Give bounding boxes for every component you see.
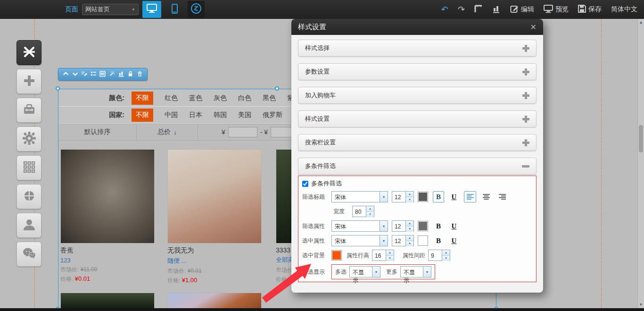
redo-button[interactable]: ↷: [458, 4, 465, 15]
spin-up-icon[interactable]: ▲: [366, 206, 374, 212]
sidebar-item-member[interactable]: [17, 213, 41, 238]
undo-button[interactable]: ↶: [441, 4, 448, 15]
move-up-icon[interactable]: [63, 70, 69, 79]
align-center-button[interactable]: [480, 191, 492, 202]
width-stepper[interactable]: 80 ▲▼: [352, 206, 374, 217]
filter-attr-font-select[interactable]: 宋体 ▼: [331, 220, 388, 232]
multi-select-dropdown[interactable]: 不显示 ▼: [349, 266, 380, 277]
product-card[interactable]: 无我无为 随便 ... 市场价: ¥0.01 价格: ¥1.00: [167, 149, 265, 285]
save-button[interactable]: 保存: [578, 5, 602, 14]
sidebar-item-widgets[interactable]: [17, 184, 41, 209]
sidebar-item-wechat[interactable]: [17, 242, 41, 267]
filter-option[interactable]: 白色: [238, 94, 251, 102]
accordion-search-bar[interactable]: 搜索栏设置: [298, 134, 537, 151]
bold-button[interactable]: B: [433, 235, 444, 246]
accordion-style-select[interactable]: 样式选择: [298, 40, 537, 57]
spin-down-icon[interactable]: ▼: [406, 241, 413, 246]
enable-multi-filter-checkbox[interactable]: [302, 181, 308, 187]
price-min-input[interactable]: [228, 127, 257, 137]
filter-option[interactable]: 俄罗斯: [263, 111, 282, 119]
spin-up-icon[interactable]: ▲: [406, 221, 413, 227]
selected-attr-size-stepper[interactable]: 12 ▲▼: [392, 235, 414, 246]
collapse-minus-icon[interactable]: [522, 165, 529, 168]
filter-attr-color-swatch[interactable]: [418, 221, 428, 231]
more-dropdown[interactable]: 不显示 ▼: [400, 266, 431, 277]
accordion-add-to-cart[interactable]: 加入购物车: [298, 87, 537, 104]
product-card[interactable]: [167, 293, 265, 308]
filter-title-size-stepper[interactable]: 12 ▲▼: [392, 191, 414, 202]
accordion-style-settings[interactable]: 样式设置: [298, 110, 537, 127]
product-link[interactable]: 随便 ...: [167, 257, 265, 265]
selected-attr-font-select[interactable]: 宋体 ▼: [331, 235, 388, 246]
close-icon[interactable]: ✕: [530, 23, 537, 32]
spin-down-icon[interactable]: ▼: [406, 197, 413, 202]
magic-wand-icon[interactable]: [109, 70, 115, 79]
sidebar-item-modules-grid[interactable]: [17, 155, 41, 180]
filter-option[interactable]: 韩国: [214, 111, 227, 119]
spacing-stepper[interactable]: 9 ▲▼: [428, 250, 450, 261]
link-button[interactable]: [188, 1, 205, 18]
page-select[interactable]: 网站首页 ▼: [82, 4, 139, 15]
filter-option[interactable]: 美国: [238, 111, 251, 119]
language-selector[interactable]: 简体中文: [611, 5, 637, 14]
underline-button[interactable]: U: [448, 220, 460, 232]
delete-icon[interactable]: [137, 70, 143, 79]
underline-button[interactable]: U: [448, 191, 460, 202]
selected-bg-color-swatch[interactable]: [331, 250, 342, 261]
chevron-down-icon[interactable]: ▼: [380, 221, 388, 231]
expand-plus-icon[interactable]: [522, 68, 529, 76]
stats-icon[interactable]: [118, 70, 124, 79]
filter-attr-size-stepper[interactable]: 12 ▲▼: [392, 220, 414, 232]
filter-title-font-select[interactable]: 宋体 ▼: [331, 191, 388, 202]
chevron-down-icon[interactable]: ▼: [423, 267, 431, 277]
stats-button[interactable]: [492, 5, 501, 15]
spin-up-icon[interactable]: ▲: [442, 250, 450, 256]
filter-option[interactable]: 蓝色: [189, 94, 202, 102]
line-height-stepper[interactable]: 16 ▲▼: [372, 250, 394, 261]
spin-down-icon[interactable]: ▼: [442, 256, 450, 261]
bold-button[interactable]: B: [433, 220, 444, 232]
mobile-view-button[interactable]: [165, 1, 184, 18]
filter-title-color-swatch[interactable]: [418, 192, 428, 202]
product-card[interactable]: [60, 293, 158, 308]
sliders-icon[interactable]: [99, 70, 106, 79]
canvas-scrollbar[interactable]: ▲ ▼: [637, 19, 644, 308]
product-card[interactable]: 香蕉 123 市场价: ¥11.00 价格: ¥0.01: [60, 149, 158, 283]
sidebar-item-design-tools[interactable]: [17, 40, 41, 65]
expand-plus-icon[interactable]: [522, 45, 529, 52]
product-link[interactable]: 123: [60, 257, 158, 264]
expand-plus-icon[interactable]: [522, 139, 529, 146]
scroll-up-icon[interactable]: ▲: [638, 20, 644, 25]
spin-down-icon[interactable]: ▼: [366, 212, 374, 217]
sort-total-price-tab[interactable]: 总价↓: [137, 124, 198, 140]
list-settings-icon[interactable]: [91, 70, 97, 79]
sidebar-item-add-module[interactable]: [17, 69, 41, 94]
sort-default-tab[interactable]: 默认排序: [58, 124, 137, 140]
desktop-view-button[interactable]: [142, 1, 161, 18]
expand-plus-icon[interactable]: [522, 92, 529, 99]
chevron-down-icon[interactable]: ▼: [372, 267, 380, 277]
expand-plus-icon[interactable]: [522, 116, 529, 123]
panel-header[interactable]: 样式设置 ✕: [291, 19, 543, 35]
filter-option[interactable]: 红色: [165, 94, 178, 102]
filter-option-selected[interactable]: 不限: [132, 92, 153, 105]
spin-down-icon[interactable]: ▼: [386, 256, 394, 261]
filter-option[interactable]: 中国: [165, 111, 178, 119]
spin-up-icon[interactable]: ▲: [386, 250, 394, 256]
sidebar-item-toolbox[interactable]: [17, 98, 41, 123]
filter-option[interactable]: 灰色: [214, 94, 227, 102]
selection-handle-top-left[interactable]: [56, 86, 60, 91]
selection-handle-top-center[interactable]: [275, 86, 279, 91]
sidebar-item-settings[interactable]: [17, 126, 41, 151]
lock-icon[interactable]: [127, 70, 133, 79]
accordion-multi-filter[interactable]: 多条件筛选: [298, 158, 537, 175]
edit-content-icon[interactable]: [81, 70, 87, 79]
filter-option-selected[interactable]: 不限: [132, 109, 153, 122]
underline-button[interactable]: U: [448, 235, 460, 246]
spin-up-icon[interactable]: ▲: [406, 235, 413, 241]
chevron-down-icon[interactable]: ▼: [380, 235, 388, 246]
selected-attr-color-swatch[interactable]: [418, 235, 428, 246]
spin-down-icon[interactable]: ▼: [406, 227, 413, 232]
accordion-param-settings[interactable]: 参数设置: [298, 63, 537, 80]
filter-option[interactable]: 日本: [189, 111, 202, 119]
